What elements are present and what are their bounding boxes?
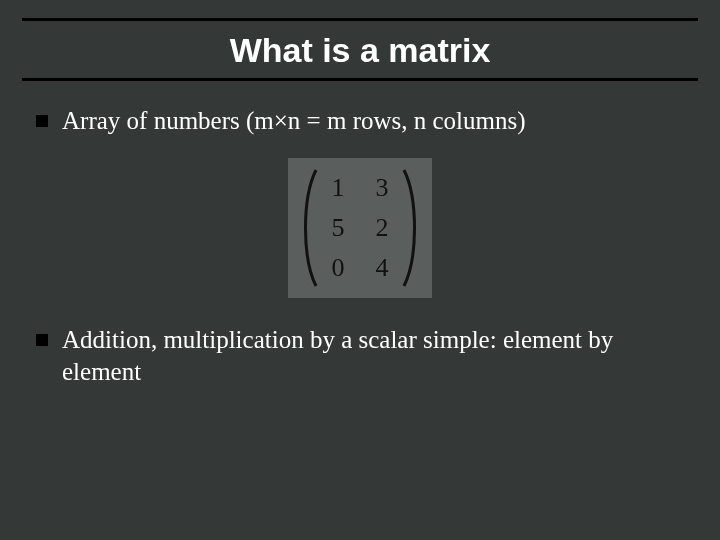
content-area: Array of numbers (m×n = m rows, n column… bbox=[0, 81, 720, 387]
matrix-cell: 2 bbox=[372, 213, 392, 243]
right-paren-icon bbox=[400, 168, 422, 288]
slide: What is a matrix Array of numbers (m×n =… bbox=[0, 0, 720, 540]
matrix-figure: 1 3 5 2 0 4 bbox=[36, 158, 684, 298]
left-paren-icon bbox=[298, 168, 320, 288]
matrix: 1 3 5 2 0 4 bbox=[288, 158, 432, 298]
matrix-cell: 1 bbox=[328, 173, 348, 203]
bullet-icon bbox=[36, 115, 48, 127]
matrix-cell: 3 bbox=[372, 173, 392, 203]
title-wrap: What is a matrix bbox=[0, 29, 720, 78]
matrix-cell: 4 bbox=[372, 253, 392, 283]
page-title: What is a matrix bbox=[230, 29, 491, 78]
matrix-grid: 1 3 5 2 0 4 bbox=[320, 168, 400, 288]
list-item: Addition, multiplication by a scalar sim… bbox=[36, 324, 684, 387]
list-item: Array of numbers (m×n = m rows, n column… bbox=[36, 105, 684, 136]
divider-top bbox=[22, 18, 698, 21]
bullet-icon bbox=[36, 334, 48, 346]
bullet-text: Array of numbers (m×n = m rows, n column… bbox=[62, 105, 684, 136]
matrix-cell: 5 bbox=[328, 213, 348, 243]
matrix-cell: 0 bbox=[328, 253, 348, 283]
bullet-text: Addition, multiplication by a scalar sim… bbox=[62, 324, 684, 387]
